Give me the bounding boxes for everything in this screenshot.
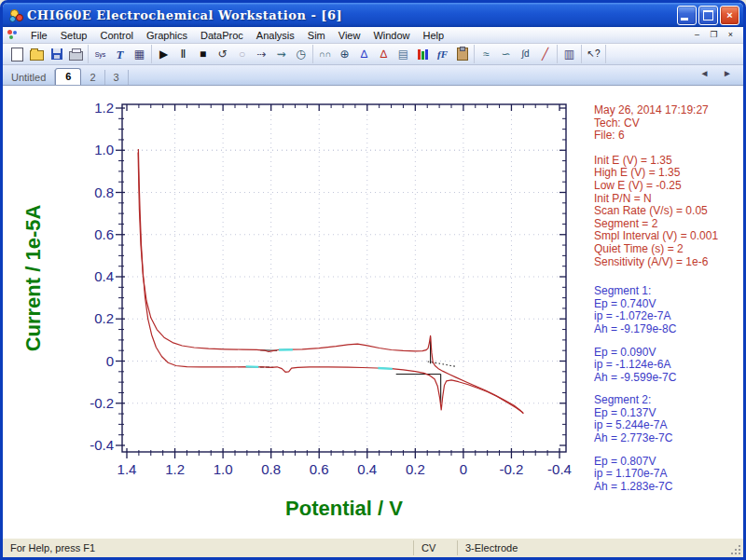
experiment-header: May 26, 2014 17:19:27Tech: CVFile: 6	[594, 104, 741, 143]
zoom-in-icon[interactable]: ⊕	[335, 46, 354, 63]
integration-seg1-mid	[378, 368, 392, 369]
data-listing-icon: ▥	[564, 48, 574, 60]
system-setup-icon[interactable]: Sys	[90, 46, 110, 63]
integrate-icon[interactable]: ∫d	[516, 46, 535, 63]
present-icon[interactable]: ▤	[394, 46, 413, 63]
peak-find-icon[interactable]: ∆	[354, 46, 374, 63]
x-tick-label: 1.4	[117, 461, 137, 477]
reverse-scan-icon: ↺	[217, 48, 227, 60]
panel-line: ip = 1.170e-7A	[594, 468, 741, 481]
menu-help[interactable]: Help	[417, 29, 451, 42]
experiment-parameters: Init E (V) = 1.35High E (V) = 1.35Low E …	[594, 155, 741, 268]
smooth-icon[interactable]: ∽	[496, 46, 516, 63]
open-file-icon[interactable]	[27, 46, 47, 63]
hold-icon[interactable]: ○	[232, 46, 252, 63]
peak-result-block: Ep = 0.090Vip = -1.124e-6AAh = -9.599e-7…	[594, 347, 741, 385]
menu-control[interactable]: Control	[93, 29, 139, 42]
tab-6[interactable]: 6	[55, 68, 81, 85]
color-map-icon	[418, 49, 429, 60]
panel-line: Ah = -9.179e-8C	[594, 323, 741, 336]
x-tick-label: -0.2	[500, 461, 524, 477]
timer-icon[interactable]: ◷	[291, 46, 311, 63]
menu-analysis[interactable]: Analysis	[250, 29, 301, 42]
present-icon: ▤	[398, 48, 408, 60]
menu-file[interactable]: File	[24, 29, 54, 42]
reverse-scan-icon[interactable]: ↺	[213, 46, 232, 63]
x-tick-label: 1.0	[214, 461, 233, 477]
panel-line: Ep = 0.740V	[594, 298, 741, 311]
cell-setup-icon[interactable]: ▦	[130, 46, 149, 63]
print-icon	[69, 51, 83, 61]
baseline-seg2-0.137-dot	[428, 362, 455, 366]
new-file-icon	[11, 48, 23, 61]
toolbar: SysT▦▶Ⅱ■↺○⇢⇝◷∩∩⊕∆∆▤fF≈∽∫d╱▥↖?	[3, 44, 743, 65]
mdi-restore-button[interactable]: ❐	[707, 30, 721, 41]
save-icon	[51, 48, 62, 60]
new-file-icon[interactable]	[7, 46, 27, 63]
help-pointer-icon: ↖?	[587, 49, 601, 59]
document-icon[interactable]	[7, 29, 20, 41]
technique-icon[interactable]: T	[110, 46, 130, 63]
menu-setup[interactable]: Setup	[54, 29, 94, 42]
y-tick-label: 1.2	[94, 100, 114, 116]
panel-line: Ah = 2.773e-7C	[594, 432, 741, 445]
panel-line: Smpl Interval (V) = 0.001	[594, 230, 741, 243]
panel-line: ip = -1.124e-6A	[594, 359, 741, 372]
menu-view[interactable]: View	[332, 29, 367, 42]
y-tick-label: -0.2	[90, 395, 114, 411]
print-icon[interactable]	[66, 46, 86, 63]
mdi-close-button[interactable]: ×	[724, 30, 738, 41]
save-icon[interactable]	[47, 46, 66, 63]
peak-anno-icon[interactable]: ∆	[374, 46, 394, 63]
plot-client-area: 1.41.21.00.80.60.40.20-0.2-0.41.21.00.80…	[3, 86, 743, 538]
technique-icon: T	[117, 48, 124, 61]
panel-line: Ep = 0.090V	[594, 347, 741, 360]
panel-line: Low E (V) = -0.25	[594, 180, 741, 193]
font-icon: fF	[437, 49, 448, 60]
menu-dataproc[interactable]: DataProc	[194, 29, 250, 42]
close-button[interactable]: ×	[720, 6, 739, 25]
color-map-icon[interactable]	[413, 46, 433, 63]
zoom-in-icon: ⊕	[339, 48, 349, 60]
panel-line: ip = -1.072e-7A	[594, 310, 741, 323]
menu-graphics[interactable]: Graphics	[140, 29, 194, 42]
peak-results: Segment 1:Ep = 0.740Vip = -1.072e-7AAh =…	[594, 285, 741, 493]
data-listing-icon[interactable]: ▥	[560, 46, 579, 63]
peak-result-block: Segment 1:Ep = 0.740Vip = -1.072e-7AAh =…	[594, 285, 741, 335]
peak-anno-icon: ∆	[380, 48, 387, 60]
tab-untitled[interactable]: Untitled	[3, 70, 55, 85]
menu-sim[interactable]: Sim	[301, 29, 332, 42]
copy-clipboard-icon	[457, 48, 468, 61]
minimize-button[interactable]	[677, 6, 697, 25]
tab-3[interactable]: 3	[105, 70, 129, 85]
x-axis-title: Potential / V	[285, 497, 403, 520]
x-tick-label: 0.8	[261, 461, 281, 477]
copy-clipboard-icon[interactable]	[452, 46, 472, 63]
panel-line: Ep = 0.807V	[594, 456, 741, 469]
stop-icon[interactable]: ■	[193, 46, 213, 63]
menu-window[interactable]: Window	[366, 29, 416, 42]
step-icon[interactable]: ⇢	[252, 46, 271, 63]
mdi-minimize-button[interactable]: –	[690, 30, 704, 41]
minimize-icon	[681, 18, 688, 20]
overlay-wave-icon[interactable]: ≈	[477, 46, 496, 63]
restore-button[interactable]	[698, 6, 718, 25]
y-tick-label: 0.2	[94, 310, 114, 326]
app-window: CHI660E Electrochemical Workstation - [6…	[0, 0, 746, 560]
font-icon[interactable]: fF	[433, 46, 452, 63]
cv-curve-segment-1	[138, 149, 523, 414]
panel-line: Ah = 1.283e-7C	[594, 481, 741, 494]
tab-2[interactable]: 2	[81, 70, 104, 85]
resize-grip[interactable]	[730, 544, 741, 555]
ir-comp-icon[interactable]: ⇝	[271, 46, 291, 63]
plot-frame	[122, 104, 566, 452]
peak-display-icon[interactable]: ∩∩	[315, 46, 335, 63]
peak-find-icon: ∆	[361, 48, 367, 60]
help-pointer-icon[interactable]: ↖?	[584, 46, 603, 63]
probe-icon[interactable]: ╱	[535, 46, 555, 63]
run-icon[interactable]: ▶	[154, 46, 173, 63]
tab-scroll-arrows[interactable]: ◄ ►	[699, 68, 738, 78]
x-tick-label: -0.4	[547, 461, 572, 477]
pause-icon[interactable]: Ⅱ	[173, 46, 193, 63]
title-bar[interactable]: CHI660E Electrochemical Workstation - [6…	[3, 3, 743, 27]
